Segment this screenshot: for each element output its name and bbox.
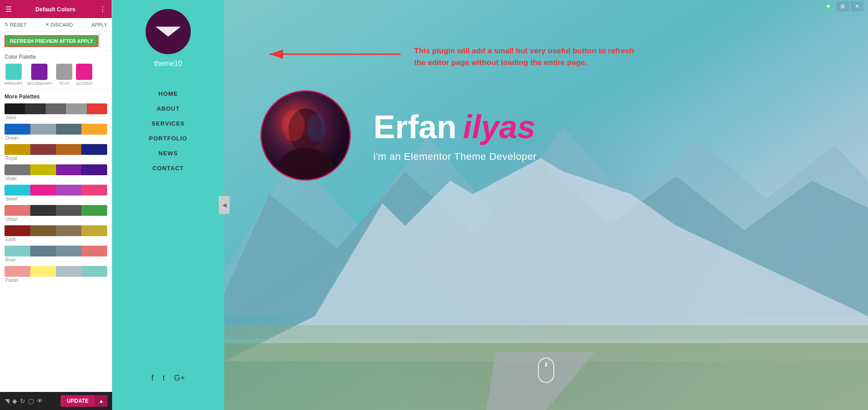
nav-item-portfolio[interactable]: PORTFOLIO — [149, 135, 188, 142]
palette-item-joker[interactable]: Joker — [0, 102, 112, 123]
reset-button[interactable]: ↻ RESET — [5, 22, 27, 28]
social-icon-t[interactable]: t — [163, 373, 165, 383]
annotation-text: This plugin will add a small but very us… — [414, 45, 640, 68]
profile-section: Erfan ilyas i'm an Elementor Theme Devel… — [260, 90, 537, 181]
apply-button[interactable]: APPLY — [91, 22, 107, 28]
grid-toggle-button[interactable]: ⊞ — [836, 1, 849, 11]
palette-swatch — [81, 266, 107, 277]
site-sidebar: theme10 HOMEABOUTSERVICESPORTFOLIONEWSCO… — [112, 0, 224, 410]
toolbar-row: ↻ RESET ✕ DISCARD APPLY — [0, 18, 112, 32]
palette-swatch — [81, 205, 107, 216]
palette-swatch — [5, 124, 30, 135]
palette-swatch — [81, 164, 107, 175]
refresh-section: REFRESH PREVIEW AFTER APPLY — [0, 32, 112, 51]
discard-button[interactable]: ✕ DISCARD — [45, 22, 73, 28]
swatch-secondary[interactable] — [31, 64, 47, 80]
swatch-group-secondary[interactable]: SECONDARY — [27, 64, 52, 86]
mouse-scroll-indicator — [545, 362, 547, 367]
palette-name: Ocean — [5, 135, 107, 140]
swatch-group-accent[interactable]: ACCENT — [76, 64, 93, 86]
swatch-accent[interactable] — [76, 64, 92, 80]
palette-swatch — [5, 103, 25, 114]
palette-swatch — [30, 246, 56, 256]
palette-item-royal[interactable]: Royal — [0, 143, 112, 163]
update-button[interactable]: UPDATE — [61, 395, 95, 407]
history-icon[interactable]: ↻ — [20, 397, 25, 405]
palette-name: Sweet — [5, 196, 107, 201]
swatch-group-primary[interactable]: PRIMARY — [5, 64, 23, 86]
color-swatches: PRIMARYSECONDARYTEXTACCENT — [0, 62, 112, 90]
visibility-icon[interactable]: 👁 — [37, 397, 43, 405]
palette-swatch — [56, 144, 82, 155]
main-topbar: + ⊞ ✕ — [224, 0, 868, 13]
palette-item-urban[interactable]: Urban — [0, 204, 112, 224]
palette-swatch — [5, 205, 30, 216]
profile-first-name: Erfan — [373, 108, 457, 145]
shapes-icon[interactable]: ◆ — [12, 397, 17, 405]
nav-item-news[interactable]: NEWS — [159, 150, 178, 157]
logo-triangle — [156, 27, 181, 37]
palette-item-ocean[interactable]: Ocean — [0, 123, 112, 143]
profile-text: Erfan ilyas i'm an Elementor Theme Devel… — [373, 108, 537, 163]
profile-last-name: ilyas — [463, 108, 535, 145]
layers-icon[interactable]: ◥ — [5, 397, 9, 405]
palette-swatch — [5, 225, 30, 236]
mouse-scroll-icon — [538, 358, 554, 383]
palette-item-pastel[interactable]: Pastel — [0, 265, 112, 285]
palette-name: Urban — [5, 217, 107, 222]
social-icons: ftG+ — [151, 373, 185, 383]
reset-icon: ↻ — [5, 22, 9, 28]
panel-title: Default Colors — [12, 6, 99, 13]
palette-swatch — [81, 124, 107, 135]
nav-item-services[interactable]: SERVICES — [151, 120, 185, 127]
theme-name: theme10 — [154, 60, 182, 68]
profile-avatar — [260, 90, 351, 181]
profile-subtitle: i'm an Elementor Theme Developer — [373, 151, 537, 163]
social-icon-f[interactable]: f — [151, 373, 154, 383]
palette-swatch — [25, 103, 45, 114]
palette-swatch — [81, 185, 107, 196]
palette-swatch — [81, 246, 107, 256]
palette-swatch — [56, 185, 82, 196]
swatch-label-text: TEXT — [59, 81, 69, 86]
swatch-text[interactable] — [56, 64, 72, 80]
hamburger-icon[interactable]: ☰ — [5, 5, 12, 14]
palette-item-river[interactable]: River — [0, 245, 112, 265]
palette-swatch — [30, 185, 56, 196]
palette-name: River — [5, 257, 107, 262]
close-section-button[interactable]: ✕ — [851, 1, 863, 11]
palette-item-sweet[interactable]: Sweet — [0, 184, 112, 204]
collapse-handle[interactable]: ◀ — [219, 196, 230, 214]
palette-swatch — [56, 205, 82, 216]
site-nav: HOMEABOUTSERVICESPORTFOLIONEWSCONTACT — [149, 90, 188, 172]
swatch-group-text[interactable]: TEXT — [56, 64, 72, 86]
monitor-icon[interactable]: ▢ — [28, 397, 34, 405]
palette-swatch — [56, 164, 82, 175]
swatch-primary[interactable] — [5, 64, 22, 80]
update-arrow-button[interactable]: ▲ — [95, 395, 108, 407]
more-palettes-label: More Palettes — [0, 90, 112, 102]
refresh-preview-button[interactable]: REFRESH PREVIEW AFTER APPLY — [5, 35, 99, 47]
palette-swatch — [87, 103, 107, 114]
palette-item-earth[interactable]: Earth — [0, 224, 112, 245]
palette-swatch — [5, 185, 30, 196]
palette-swatch — [5, 164, 30, 175]
palette-swatch — [30, 225, 56, 236]
palette-swatch — [56, 225, 82, 236]
nav-item-home[interactable]: HOME — [159, 90, 178, 97]
bottom-bar: ◥ ◆ ↻ ▢ 👁 UPDATE ▲ — [0, 392, 112, 410]
swatch-label-accent: ACCENT — [76, 81, 93, 86]
social-icon-gplus[interactable]: G+ — [174, 373, 185, 383]
chevron-left-icon: ◀ — [222, 202, 226, 208]
palette-swatch — [30, 164, 56, 175]
palette-swatch — [5, 246, 30, 256]
discard-icon: ✕ — [45, 22, 49, 28]
nav-item-about[interactable]: ABOUT — [156, 105, 179, 112]
palette-name: Royal — [5, 156, 107, 161]
palette-swatch — [30, 124, 56, 135]
add-section-button[interactable]: + — [822, 1, 835, 11]
palette-item-violet[interactable]: Violet — [0, 163, 112, 184]
color-palette-label: Color Palette — [0, 51, 112, 62]
grid-icon[interactable]: ⋮ — [99, 5, 106, 14]
nav-item-contact[interactable]: CONTACT — [152, 165, 184, 172]
